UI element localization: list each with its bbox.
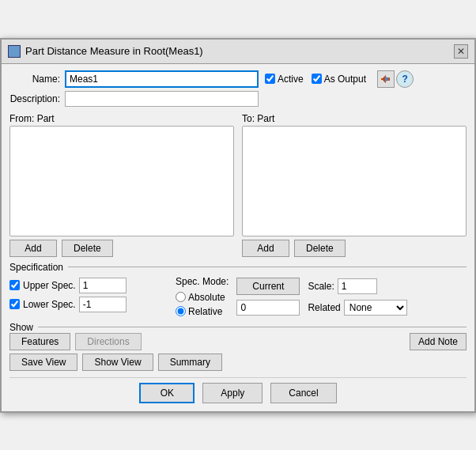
as-output-checkbox[interactable] [312, 74, 322, 84]
name-input[interactable] [65, 70, 259, 88]
as-output-label: As Output [324, 74, 366, 85]
relative-radio-label: Relative [176, 306, 229, 317]
absolute-radio-label: Absolute [176, 292, 229, 303]
show-buttons-row2: Save View Show View Summary [9, 354, 467, 371]
upper-spec-checkbox[interactable] [9, 280, 20, 290]
from-part-buttons: Add Delete [9, 240, 234, 257]
description-label: Description: [9, 93, 65, 104]
close-button[interactable]: ✕ [454, 44, 468, 59]
ok-button[interactable]: OK [139, 383, 195, 403]
title-bar: Part Distance Measure in Root(Meas1) ✕ [2, 40, 474, 64]
to-add-button[interactable]: Add [242, 240, 289, 257]
related-label: Related [308, 302, 340, 313]
from-add-button[interactable]: Add [9, 240, 57, 257]
from-part-section: From: Part Add Delete [9, 113, 234, 257]
as-output-checkbox-label: As Output [312, 74, 366, 85]
name-row: Name: Active As Output [9, 70, 467, 88]
spec-middle: Spec. Mode: Absolute Relative [176, 276, 229, 317]
spec-row: Upper Spec. Lower Spec. Spec. Mode: Abso… [9, 276, 467, 317]
summary-button[interactable]: Summary [158, 354, 222, 371]
from-part-label: From: Part [9, 113, 234, 124]
spec-mode-label: Spec. Mode: [176, 276, 229, 287]
upper-spec-label: Upper Spec. [23, 280, 76, 291]
svg-marker-3 [385, 76, 389, 82]
description-row: Description: [9, 91, 467, 107]
show-view-button[interactable]: Show View [82, 354, 153, 371]
show-header: Show [9, 322, 467, 333]
help-icon[interactable]: ? [396, 70, 414, 88]
title-bar-left: Part Distance Measure in Root(Meas1) [8, 45, 203, 58]
to-delete-button[interactable]: Delete [294, 240, 346, 257]
apply-button[interactable]: Apply [202, 383, 263, 403]
window-content: Name: Active As Output [2, 64, 474, 411]
specification-header: Specification [9, 262, 467, 273]
related-row: Related None Part Assembly [308, 300, 406, 316]
checkboxes-row: Active As Output ? [265, 70, 414, 88]
absolute-label: Absolute [188, 292, 225, 303]
relative-label: Relative [188, 306, 222, 317]
zero-related-row: Related None Part Assembly [236, 300, 467, 316]
active-checkbox-label: Active [265, 74, 304, 85]
main-window: Part Distance Measure in Root(Meas1) ✕ N… [0, 38, 476, 413]
footer-buttons: OK Apply Cancel [9, 377, 467, 403]
window-icon [8, 45, 21, 58]
active-label: Active [278, 74, 304, 85]
spec-right: Current Scale: Related None Part Assembl… [236, 278, 467, 316]
current-scale-row: Current Scale: [236, 278, 467, 295]
window-title: Part Distance Measure in Root(Meas1) [25, 45, 203, 57]
show-buttons-row1: Features Directions Add Note [9, 333, 467, 350]
lower-spec-item: Lower Spec. [9, 297, 168, 312]
current-button[interactable]: Current [236, 278, 300, 295]
to-part-section: To: Part Add Delete [242, 113, 467, 257]
from-delete-button[interactable]: Delete [62, 240, 113, 257]
features-button[interactable]: Features [9, 333, 70, 350]
svg-rect-2 [381, 78, 385, 80]
to-part-list[interactable] [242, 126, 467, 236]
upper-spec-item: Upper Spec. [9, 278, 168, 293]
icon-buttons: ? [377, 70, 414, 88]
save-view-button[interactable]: Save View [9, 354, 77, 371]
to-part-buttons: Add Delete [242, 240, 467, 257]
to-part-label: To: Part [242, 113, 467, 124]
nav-prev-icon[interactable] [377, 70, 395, 88]
related-select[interactable]: None Part Assembly [344, 300, 407, 316]
description-input[interactable] [65, 91, 259, 107]
directions-button: Directions [75, 333, 141, 350]
upper-spec-input[interactable] [79, 278, 127, 293]
show-section: Show Features Directions Add Note Save V… [9, 322, 467, 371]
absolute-radio[interactable] [176, 292, 186, 302]
scale-label: Scale: [308, 281, 334, 292]
zero-input[interactable] [236, 300, 300, 316]
scale-row: Scale: [308, 278, 376, 294]
parts-row: From: Part Add Delete To: Part Add Delet… [9, 113, 467, 257]
relative-radio[interactable] [176, 306, 186, 316]
active-checkbox[interactable] [265, 74, 275, 84]
lower-spec-label: Lower Spec. [23, 299, 76, 310]
lower-spec-checkbox[interactable] [9, 299, 20, 309]
spec-left: Upper Spec. Lower Spec. [9, 278, 168, 316]
name-label: Name: [9, 74, 65, 85]
scale-input[interactable] [338, 278, 377, 294]
lower-spec-input[interactable] [79, 297, 127, 312]
add-note-button[interactable]: Add Note [410, 333, 467, 350]
from-part-list[interactable] [9, 126, 234, 236]
cancel-button[interactable]: Cancel [270, 383, 336, 403]
